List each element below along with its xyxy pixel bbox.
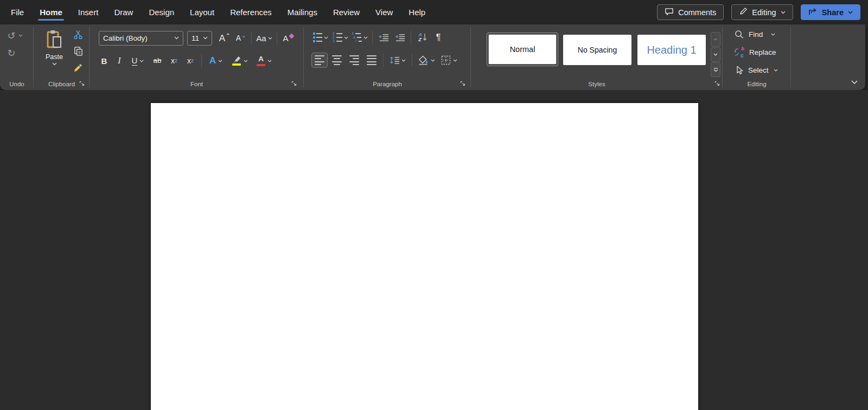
subscript-icon: x (171, 57, 175, 65)
paragraph-dialog-launcher[interactable] (459, 80, 467, 87)
tab-home[interactable]: Home (39, 3, 63, 21)
line-spacing-icon (390, 56, 400, 65)
strikethrough-button[interactable]: ab (149, 53, 165, 68)
find-label: Find (749, 30, 763, 39)
share-button[interactable]: Share (801, 4, 860, 20)
style-card-heading-1[interactable]: Heading 1 (637, 35, 706, 65)
more-styles-icon (713, 68, 718, 72)
chevron-down-icon (203, 36, 208, 40)
multilevel-list-icon: 1 a i (352, 33, 362, 42)
justify-button[interactable] (363, 53, 380, 68)
copy-button[interactable] (71, 44, 86, 58)
tab-design[interactable]: Design (148, 3, 175, 21)
share-label: Share (822, 8, 844, 17)
font-dialog-launcher[interactable] (290, 80, 298, 87)
bold-button[interactable]: B (97, 53, 111, 68)
chevron-down-icon (363, 36, 368, 39)
grow-font-button[interactable]: A ⌃ (216, 31, 233, 46)
align-center-button[interactable] (329, 53, 345, 68)
replace-button[interactable]: b c Replace (735, 46, 776, 59)
redo-icon: ↻ (7, 48, 15, 58)
paste-clipboard-icon (46, 30, 63, 52)
numbering-button[interactable]: 1 2 3 (331, 30, 349, 44)
borders-button[interactable] (438, 53, 460, 68)
find-button[interactable]: Find (735, 28, 775, 41)
paragraph-group-label: Paragraph (304, 81, 471, 87)
align-left-button[interactable] (311, 53, 328, 68)
align-right-button[interactable] (346, 53, 362, 68)
styles-dialog-launcher[interactable] (713, 80, 722, 87)
multilevel-list-button[interactable]: 1 a i (350, 30, 369, 44)
dialog-launcher-icon (714, 81, 720, 87)
editing-mode-button[interactable]: Editing (731, 4, 793, 20)
chevron-down-icon (401, 59, 406, 62)
sort-button[interactable]: AZ (414, 30, 431, 44)
shading-button[interactable] (416, 53, 437, 68)
paste-dropdown-chevron-icon (52, 62, 57, 66)
italic-button[interactable]: I (112, 53, 126, 68)
replace-icon: b c (735, 47, 744, 57)
tab-mailings[interactable]: Mailings (286, 3, 318, 21)
select-button[interactable]: Select (735, 63, 778, 76)
style-card-normal[interactable]: Normal (488, 34, 557, 65)
line-spacing-button[interactable] (387, 53, 409, 68)
comments-button[interactable]: Comments (657, 4, 724, 20)
increase-indent-button[interactable] (392, 30, 407, 44)
chevron-down-icon (324, 36, 328, 39)
decrease-indent-button[interactable] (376, 30, 391, 44)
styles-scroll-down-button[interactable] (711, 47, 720, 62)
group-clipboard: Paste (34, 24, 90, 90)
paste-button[interactable]: Paste (41, 28, 67, 80)
editing-mode-label: Editing (752, 8, 776, 17)
title-menu-bar: File Home Insert Draw Design Layout Refe… (0, 0, 868, 24)
font-name-value: Calibri (Body) (103, 34, 148, 42)
cut-button[interactable] (71, 28, 86, 41)
tab-file[interactable]: File (10, 3, 25, 21)
chevron-down-icon (781, 11, 786, 14)
tab-references[interactable]: References (229, 3, 273, 21)
undo-dropdown-chevron-icon[interactable] (18, 34, 23, 37)
underline-button[interactable]: U (127, 53, 148, 68)
font-color-button[interactable]: A (253, 53, 276, 68)
group-undo: ↺ ↻ Undo (0, 24, 34, 90)
chevron-down-icon (174, 36, 179, 40)
style-name: No Spacing (578, 46, 617, 54)
underline-icon: U (132, 56, 138, 66)
text-effects-button[interactable]: A (205, 53, 227, 68)
clear-formatting-button[interactable]: A (279, 31, 297, 46)
dialog-launcher-icon (79, 81, 85, 87)
subscript-button[interactable]: x2 (167, 53, 182, 68)
editing-group-label: Editing (723, 81, 791, 87)
tab-review[interactable]: Review (332, 3, 361, 21)
scissors-icon (73, 30, 83, 40)
document-page[interactable] (151, 103, 698, 410)
shrink-font-icon: A (236, 34, 241, 42)
paint-bucket-icon (418, 55, 429, 65)
collapse-ribbon-button[interactable] (851, 76, 858, 86)
text-highlight-button[interactable] (228, 53, 252, 68)
undo-button[interactable]: ↺ (4, 29, 18, 42)
change-case-button[interactable]: Aa (254, 31, 275, 46)
styles-scroll-up-button[interactable] (711, 32, 720, 47)
shrink-font-button[interactable]: A ⌄ (233, 31, 249, 46)
style-card-no-spacing[interactable]: No Spacing (563, 35, 631, 65)
superscript-button[interactable]: x2 (183, 53, 198, 68)
tab-view[interactable]: View (374, 3, 394, 21)
topbar-actions: Comments Editing Share (657, 4, 868, 20)
increase-indent-icon (395, 33, 405, 42)
font-name-combobox[interactable]: Calibri (Body) (99, 31, 183, 46)
tab-draw[interactable]: Draw (113, 3, 134, 21)
clipboard-dialog-launcher[interactable] (78, 80, 86, 87)
redo-button[interactable]: ↻ (4, 46, 18, 60)
styles-gallery-more-button[interactable] (711, 62, 720, 77)
group-editing: Find b c Replace Select Editing (723, 24, 791, 90)
font-size-combobox[interactable]: 11 (187, 31, 212, 46)
show-formatting-marks-button[interactable]: ¶ (432, 30, 445, 44)
tab-layout[interactable]: Layout (189, 3, 215, 21)
tab-help[interactable]: Help (407, 3, 426, 21)
chevron-down-icon (431, 59, 435, 62)
tab-insert[interactable]: Insert (77, 3, 100, 21)
bullets-button[interactable] (311, 30, 330, 44)
chevron-down-icon (851, 80, 858, 84)
format-painter-button[interactable] (71, 61, 86, 75)
